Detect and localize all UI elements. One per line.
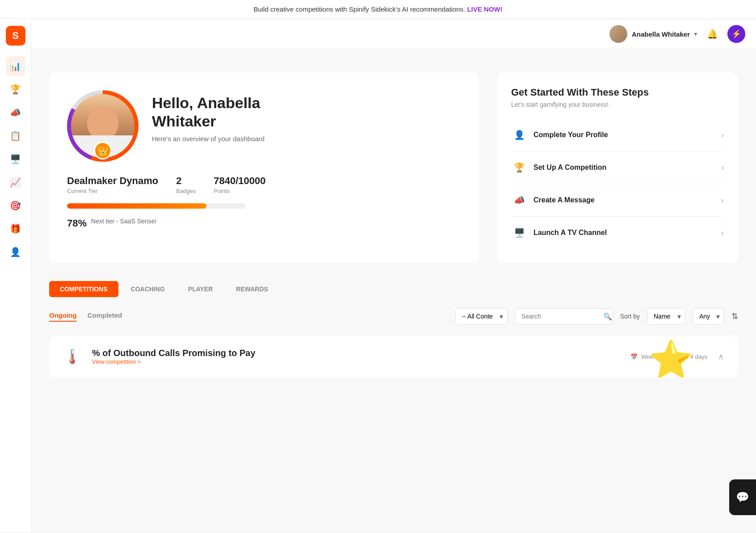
dashboard-icon: 📊 <box>10 61 21 71</box>
any-select[interactable]: Any <box>693 308 724 325</box>
stat-tier: Dealmaker Dynamo Current Tier <box>67 175 158 194</box>
overview-text: Here's an overview of your dashboard <box>152 135 461 143</box>
points-label: Points <box>214 188 265 194</box>
comp-chevron-up-icon[interactable]: ∧ <box>718 352 724 361</box>
search-input[interactable] <box>521 313 600 320</box>
filter-row: Ongoing Completed -- All Conte 🔍 Sort by <box>49 308 738 325</box>
reports-icon: 📋 <box>10 130 21 141</box>
step-label-tv: Launch A TV Channel <box>533 229 721 237</box>
comp-title: % of Outbound Calls Promising to Pay <box>92 348 256 358</box>
calendar-icon: 📅 <box>630 353 638 360</box>
profile-step-icon: 👤 <box>511 127 527 143</box>
step-message[interactable]: 📣 Create A Message › <box>511 184 724 217</box>
live-now-label[interactable]: LIVE NOW! <box>467 5 502 13</box>
sidebar-item-messages[interactable]: 📣 <box>6 103 25 122</box>
subtab-completed[interactable]: Completed <box>88 311 122 322</box>
sidebar-item-reports[interactable]: 📋 <box>6 126 25 146</box>
chevron-right-icon: › <box>721 130 724 140</box>
top-banner: Build creative competitions with Spinify… <box>0 0 756 19</box>
chevron-right-icon-4: › <box>721 228 724 238</box>
tab-rewards[interactable]: REWARDS <box>225 281 279 297</box>
tab-competitions[interactable]: COMPETITIONS <box>49 281 118 297</box>
subtab-ongoing[interactable]: Ongoing <box>49 311 77 322</box>
competition-step-icon: 🏆 <box>511 159 527 176</box>
stat-points: 7840/10000 Points <box>214 175 265 194</box>
sidebar-logo[interactable]: S <box>6 26 25 46</box>
tv-step-icon: 🖥️ <box>511 225 527 241</box>
comp-meta: 📅 Weekly • Ends in 4 days <box>630 353 707 360</box>
lightning-button[interactable]: ⚡ <box>727 25 745 43</box>
step-label-message: Create A Message <box>533 196 721 204</box>
tab-player[interactable]: PLAYER <box>177 281 224 297</box>
banner-text: Build creative competitions with Spinify… <box>253 5 465 13</box>
chevron-right-icon-3: › <box>721 196 724 205</box>
sort-select[interactable]: Name Date Status <box>647 308 685 325</box>
badges-count: 2 <box>176 175 196 187</box>
any-select-wrapper: Any <box>693 308 724 325</box>
tab-list: COMPETITIONS COACHING PLAYER REWARDS <box>49 281 738 297</box>
greeting: Hello, Anabella Whitaker <box>152 94 461 130</box>
message-step-icon: 📣 <box>511 192 527 208</box>
display-icon: 🖥️ <box>10 154 21 164</box>
chat-icon: 💬 <box>736 491 749 504</box>
goals-icon: 🎯 <box>10 200 21 211</box>
bell-icon[interactable]: 🔔 <box>704 26 720 42</box>
step-tv-channel[interactable]: 🖥️ Launch A TV Channel › <box>511 217 724 249</box>
rewards-icon: 🎁 <box>10 223 21 234</box>
analytics-icon: 📈 <box>10 177 21 188</box>
chevron-down-icon: ▾ <box>694 31 697 37</box>
comp-frequency: Weekly <box>641 353 660 360</box>
comp-ends: Ends in 4 days <box>669 353 707 360</box>
content-filter-select[interactable]: -- All Conte <box>455 308 508 325</box>
step-label-competition: Set Up A Competition <box>533 164 721 172</box>
sidebar-item-rewards[interactable]: 🎁 <box>6 219 25 239</box>
tier-name: Dealmaker Dynamo <box>67 175 158 187</box>
content-filter-wrapper: -- All Conte <box>455 308 508 325</box>
tabs-section: COMPETITIONS COACHING PLAYER REWARDS Ong… <box>49 281 738 378</box>
header: Anabella Whitaker ▾ 🔔 ⚡ <box>31 20 756 49</box>
sidebar-item-goals[interactable]: 🎯 <box>6 196 25 215</box>
chevron-right-icon-2: › <box>721 163 724 172</box>
progress-bar-fill <box>67 203 206 209</box>
sidebar: S 📊 🏆 📣 📋 🖥️ 📈 🎯 🎁 👤 <box>0 19 31 532</box>
stat-badges: 2 Badges <box>176 175 196 194</box>
step-competition[interactable]: 🏆 Set Up A Competition › <box>511 151 724 184</box>
sort-order-icon[interactable]: ⇅ <box>731 311 738 321</box>
comp-details: % of Outbound Calls Promising to Pay Vie… <box>92 348 256 365</box>
step-label-profile: Complete Your Profile <box>533 131 721 139</box>
sidebar-item-dashboard[interactable]: 📊 <box>6 56 25 76</box>
user-info[interactable]: Anabella Whitaker ▾ <box>609 25 697 43</box>
sidebar-item-users[interactable]: 👤 <box>6 242 25 262</box>
profile-stats: Dealmaker Dynamo Current Tier 2 Badges 7… <box>67 175 461 194</box>
view-competition-link[interactable]: View competition > <box>92 358 256 365</box>
users-icon: 👤 <box>10 247 21 257</box>
profile-card: 👑 Hello, Anabella Whitaker Here's an ove… <box>49 72 479 263</box>
sidebar-item-display[interactable]: 🖥️ <box>6 149 25 169</box>
step-complete-profile[interactable]: 👤 Complete Your Profile › <box>511 119 724 151</box>
points-display: 7840/10000 <box>214 175 265 187</box>
avatar <box>609 25 627 43</box>
sidebar-item-analytics[interactable]: 📈 <box>6 172 25 192</box>
progress-next-tier: Next tier - SaaS Sensei <box>91 218 156 225</box>
sort-select-wrapper: Name Date Status <box>647 308 685 325</box>
messages-icon: 📣 <box>10 107 21 118</box>
chat-bubble[interactable]: 💬 <box>729 479 756 515</box>
profile-text: Hello, Anabella Whitaker Here's an overv… <box>152 90 461 143</box>
progress-percent: 78% <box>67 218 87 229</box>
main-content: Anabella Whitaker ▾ 🔔 ⚡ <box>31 19 756 532</box>
user-name: Anabella Whitaker <box>632 30 690 38</box>
profile-top: 👑 Hello, Anabella Whitaker Here's an ove… <box>67 90 461 162</box>
badges-label: Badges <box>176 188 196 194</box>
get-started-subtitle: Let's start gamifying your business! <box>511 101 724 108</box>
get-started-card: Get Started With These Steps Let's start… <box>497 72 738 263</box>
tier-label: Current Tier <box>67 188 158 194</box>
search-box: 🔍 <box>515 308 613 325</box>
competition-card: 🌡️ % of Outbound Calls Promising to Pay … <box>49 336 738 378</box>
sidebar-item-competitions[interactable]: 🏆 <box>6 80 25 99</box>
tab-coaching[interactable]: COACHING <box>120 281 176 297</box>
thermometer-icon: 🌡️ <box>63 348 81 365</box>
search-icon: 🔍 <box>603 312 612 321</box>
sort-label: Sort by <box>620 313 640 320</box>
progress-bar-bg <box>67 203 246 209</box>
get-started-title: Get Started With These Steps <box>511 87 724 98</box>
